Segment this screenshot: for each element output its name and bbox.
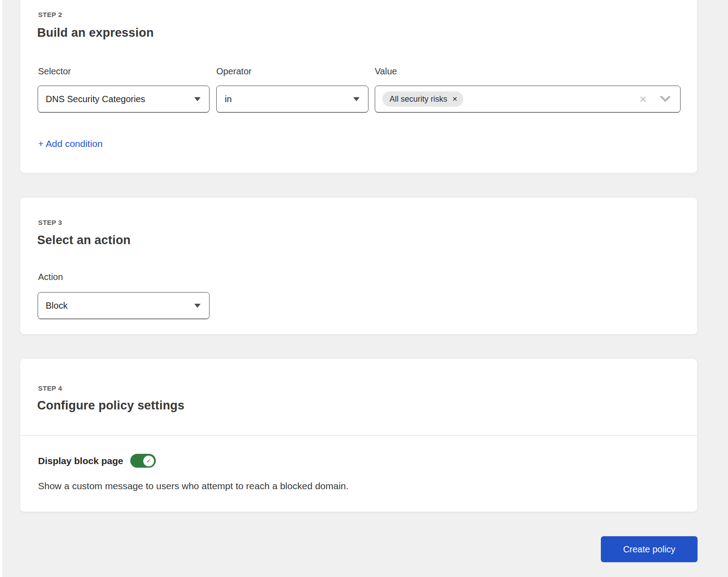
value-tag-label: All security risks: [390, 95, 447, 104]
chevron-down-icon[interactable]: [660, 96, 670, 102]
operator-dropdown-value: in: [225, 94, 232, 104]
action-dropdown[interactable]: Block: [38, 292, 210, 319]
clear-value-icon[interactable]: ✕: [639, 95, 647, 104]
display-block-page-description: Show a custom message to users who attem…: [38, 481, 348, 491]
step4-label: STEP 4: [38, 384, 62, 392]
card-select-action: STEP 3 Select an action Action Block: [20, 197, 698, 335]
caret-down-icon: [353, 97, 360, 101]
section-divider: [20, 435, 697, 436]
caret-down-icon: [194, 97, 201, 101]
page-left-edge: [0, 0, 2, 577]
value-tag: All security risks ✕: [382, 91, 463, 107]
display-block-page-label: Display block page: [38, 456, 123, 466]
toggle-check-icon: ✓: [143, 456, 154, 466]
step3-label: STEP 3: [38, 219, 62, 226]
selector-dropdown-value: DNS Security Categories: [46, 94, 145, 104]
step2-title: Build an expression: [37, 26, 154, 40]
selector-field-label: Selector: [38, 66, 71, 77]
action-dropdown-value: Block: [46, 301, 68, 311]
add-condition-link[interactable]: + Add condition: [38, 138, 103, 149]
tag-remove-icon[interactable]: ✕: [452, 96, 458, 102]
caret-down-icon: [194, 304, 201, 308]
display-block-page-toggle[interactable]: ✓: [130, 454, 156, 468]
value-field-label: Value: [375, 66, 397, 77]
card-build-expression: STEP 2 Build an expression Selector Oper…: [20, 0, 698, 173]
step4-title: Configure policy settings: [37, 399, 184, 413]
step2-label: STEP 2: [38, 11, 62, 18]
action-field-label: Action: [38, 272, 63, 282]
operator-field-label: Operator: [216, 66, 252, 77]
card-policy-settings: STEP 4 Configure policy settings Display…: [20, 358, 698, 512]
selector-dropdown[interactable]: DNS Security Categories: [38, 86, 210, 112]
step3-title: Select an action: [37, 233, 131, 247]
create-policy-button[interactable]: Create policy: [601, 536, 698, 562]
operator-dropdown[interactable]: in: [216, 86, 368, 112]
value-multiselect[interactable]: All security risks ✕ ✕: [375, 86, 681, 112]
